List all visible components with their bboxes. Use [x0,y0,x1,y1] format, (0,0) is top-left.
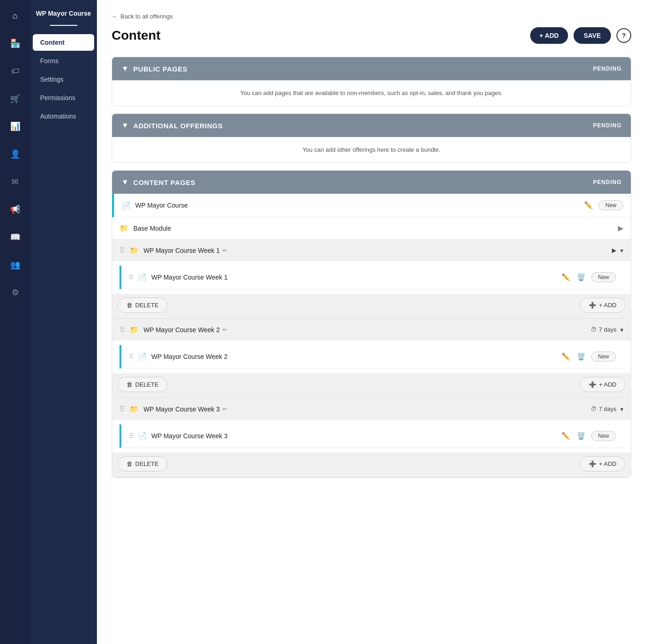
week-1-page-row: ⠿ 📄 WP Mayor Course Week 1 ✏️ 🗑️ New [120,266,623,289]
week-1-folder-icon: 📁 [130,246,139,255]
additional-offerings-status: PENDING [593,122,622,129]
week-3-delay: ⏱ 7 days [591,405,616,412]
public-pages-status: PENDING [593,66,622,72]
week-1-page-actions: ✏️ 🗑️ New [561,272,616,282]
home-icon[interactable]: ⌂ [7,7,24,24]
content-pages-section: ▼ CONTENT PAGES PENDING 📄 WP Mayor Cours… [112,170,631,478]
back-link[interactable]: ← Back to all offerings [112,13,631,20]
week-1-add-label: + ADD [599,302,616,309]
chart-icon[interactable]: 📊 [7,118,24,135]
week-1-header: ⠿ 📁 WP Mayor Course Week 1 ✏ ▶ ▾ [112,239,631,261]
week-3-delete-button[interactable]: 🗑 DELETE [118,456,167,471]
week-3-page-doc-icon: 📄 [138,432,147,440]
week-3-page-name: WP Mayor Course Week 3 [151,432,556,440]
book-icon[interactable]: 📖 [7,229,24,245]
week-3-page-row: ⠿ 📄 WP Mayor Course Week 3 ✏️ 🗑️ New [120,424,623,448]
tag-icon[interactable]: 🏷 [7,63,24,79]
person-icon[interactable]: 👤 [7,146,24,162]
week-3-content: ⠿ 📄 WP Mayor Course Week 3 ✏️ 🗑️ New [112,420,631,453]
plus-icon-3: ➕ [589,460,596,467]
public-pages-header[interactable]: ▼ PUBLIC PAGES PENDING [112,57,631,80]
store-icon[interactable]: 🏪 [7,35,24,52]
week-3-page-delete-button[interactable]: 🗑️ [576,431,586,441]
week-1-content: ⠿ 📄 WP Mayor Course Week 1 ✏️ 🗑️ New [112,261,631,294]
base-module-name: Base Module [133,225,613,232]
week-2-chevron-button[interactable]: ▾ [620,326,623,334]
week-2-page-delete-button[interactable]: 🗑️ [576,352,586,362]
week-2-page-badge: New [591,352,616,362]
week-1-page-delete-button[interactable]: 🗑️ [576,272,586,282]
week-1-name: WP Mayor Course Week 1 ✏ [144,247,607,254]
week-3-page-actions: ✏️ 🗑️ New [561,431,616,441]
week-3-folder-icon: 📁 [130,405,139,413]
plus-icon-2: ➕ [589,381,596,388]
save-button[interactable]: SAVE [574,27,611,44]
sidebar-item-content[interactable]: Content [33,34,94,51]
week-1-edit-icon[interactable]: ✏ [222,247,227,254]
public-pages-chevron-icon: ▼ [121,65,129,73]
week-1-chevron-button[interactable]: ▾ [620,247,623,254]
week-1-right: ▶ ▾ [612,247,623,254]
week-3-delay-clock-icon: ⏱ [591,405,597,412]
week-3-add-label: + ADD [599,460,616,467]
mail-icon[interactable]: ✉ [7,173,24,190]
week-1-drag-handle[interactable]: ⠿ [120,246,125,255]
trash-icon-2: 🗑 [126,381,132,388]
week-2-delay: ⏱ 7 days [591,326,616,333]
help-button[interactable]: ? [616,28,631,43]
week-1-page-edit-button[interactable]: ✏️ [561,272,571,282]
additional-offerings-chevron-icon: ▼ [121,121,129,130]
sidebar-divider [50,25,78,26]
week-2-add-button[interactable]: ➕ + ADD [580,377,625,392]
top-page-row: 📄 WP Mayor Course ✏️ New [112,194,631,217]
base-module-row[interactable]: 📁 Base Module ▶ [112,217,631,239]
sidebar-item-permissions[interactable]: Permissions [33,89,94,106]
week-1-drag-inner: ⠿ [129,274,133,281]
week-2-drag-handle[interactable]: ⠿ [120,325,125,334]
sidebar-item-forms[interactable]: Forms [33,53,94,69]
page-title: Content [112,28,161,43]
top-page-edit-button[interactable]: ✏️ [583,200,594,210]
add-button[interactable]: + ADD [530,27,568,44]
page-header: Content + ADD SAVE ? [112,27,631,44]
week-3-drag-handle[interactable]: ⠿ [120,405,125,413]
week-3-page-edit-button[interactable]: ✏️ [561,431,571,441]
group-icon[interactable]: 👥 [7,256,24,273]
week-3-page-badge: New [591,431,616,441]
public-pages-description: You can add pages that are available to … [240,89,503,96]
icon-bar: ⌂ 🏪 🏷 🛒 📊 👤 ✉ 📢 📖 👥 ⚙ [0,0,30,644]
megaphone-icon[interactable]: 📢 [7,201,24,218]
week-3-drag-inner: ⠿ [129,432,133,440]
additional-offerings-header[interactable]: ▼ ADDITIONAL OFFERINGS PENDING [112,114,631,137]
sidebar-item-settings[interactable]: Settings [33,71,94,88]
week-2-page-edit-button[interactable]: ✏️ [561,352,571,362]
content-pages-status: PENDING [593,179,622,185]
week-2-edit-icon[interactable]: ✏ [222,327,227,333]
week-2-delete-button[interactable]: 🗑 DELETE [118,377,167,392]
week-1-actions-row: 🗑 DELETE ➕ + ADD [112,294,631,318]
week-1-delete-button[interactable]: 🗑 DELETE [118,298,167,313]
week-1-page-name: WP Mayor Course Week 1 [151,274,556,281]
content-pages-header[interactable]: ▼ CONTENT PAGES PENDING [112,171,631,194]
week-3-add-button[interactable]: ➕ + ADD [580,456,625,471]
week-1-page-doc-icon: 📄 [138,273,147,281]
week-2-add-label: + ADD [599,381,616,388]
week-3-delete-label: DELETE [135,460,159,467]
week-2-page-row: ⠿ 📄 WP Mayor Course Week 2 ✏️ 🗑️ New [120,345,623,369]
page-doc-icon: 📄 [121,201,131,210]
week-2-delay-text: 7 days [599,326,616,333]
week-1-page-badge: New [591,272,616,282]
week-1-delete-label: DELETE [135,302,159,309]
public-pages-header-left: ▼ PUBLIC PAGES [121,65,187,73]
additional-offerings-header-left: ▼ ADDITIONAL OFFERINGS [121,121,223,130]
week-2-folder-icon: 📁 [130,325,139,334]
additional-offerings-title: ADDITIONAL OFFERINGS [133,122,223,130]
sidebar: WP Mayor Course Content Forms Settings P… [30,0,97,644]
settings-icon[interactable]: ⚙ [7,284,24,301]
week-1-add-button[interactable]: ➕ + ADD [580,298,625,313]
week-3-chevron-button[interactable]: ▾ [620,405,623,413]
week-3-edit-icon[interactable]: ✏ [222,406,227,412]
sidebar-item-automations[interactable]: Automations [33,108,94,125]
folder-icon: 📁 [120,224,129,233]
cart-icon[interactable]: 🛒 [7,90,24,107]
